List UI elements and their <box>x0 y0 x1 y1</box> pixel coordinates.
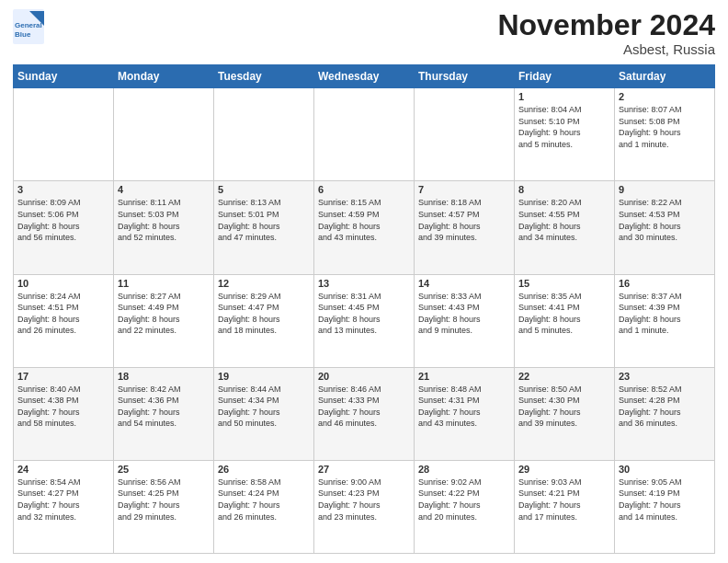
day-number: 27 <box>318 464 410 475</box>
calendar-day-header: Monday <box>114 65 214 88</box>
day-number: 3 <box>17 184 109 195</box>
logo-icon: General Blue <box>13 9 46 46</box>
day-info: Sunrise: 8:29 AM Sunset: 4:47 PM Dayligh… <box>218 291 310 337</box>
day-info: Sunrise: 8:04 AM Sunset: 5:10 PM Dayligh… <box>518 104 610 150</box>
calendar-cell: 14Sunrise: 8:33 AM Sunset: 4:43 PM Dayli… <box>415 274 515 367</box>
calendar-cell: 5Sunrise: 8:13 AM Sunset: 5:01 PM Daylig… <box>214 181 314 274</box>
day-info: Sunrise: 8:52 AM Sunset: 4:28 PM Dayligh… <box>619 384 711 430</box>
svg-text:Blue: Blue <box>15 30 31 39</box>
day-info: Sunrise: 9:05 AM Sunset: 4:19 PM Dayligh… <box>619 477 711 523</box>
calendar-cell: 23Sunrise: 8:52 AM Sunset: 4:28 PM Dayli… <box>615 367 715 460</box>
day-number: 7 <box>418 184 510 195</box>
calendar-week-row: 24Sunrise: 8:54 AM Sunset: 4:27 PM Dayli… <box>14 460 715 553</box>
calendar-header-row: SundayMondayTuesdayWednesdayThursdayFrid… <box>14 65 715 88</box>
calendar-cell: 21Sunrise: 8:48 AM Sunset: 4:31 PM Dayli… <box>415 367 515 460</box>
calendar-day-header: Sunday <box>14 65 114 88</box>
day-number: 17 <box>17 371 109 382</box>
day-number: 24 <box>17 464 109 475</box>
calendar-cell: 13Sunrise: 8:31 AM Sunset: 4:45 PM Dayli… <box>314 274 415 367</box>
day-info: Sunrise: 8:37 AM Sunset: 4:39 PM Dayligh… <box>619 291 711 337</box>
day-number: 6 <box>318 184 410 195</box>
day-number: 18 <box>118 371 210 382</box>
month-title: November 2024 <box>497 9 715 41</box>
calendar-week-row: 17Sunrise: 8:40 AM Sunset: 4:38 PM Dayli… <box>14 367 715 460</box>
calendar-cell: 22Sunrise: 8:50 AM Sunset: 4:30 PM Dayli… <box>515 367 615 460</box>
calendar-cell <box>415 88 515 181</box>
calendar-cell: 19Sunrise: 8:44 AM Sunset: 4:34 PM Dayli… <box>214 367 314 460</box>
day-info: Sunrise: 8:56 AM Sunset: 4:25 PM Dayligh… <box>118 477 210 523</box>
day-number: 12 <box>218 278 310 289</box>
day-number: 15 <box>518 278 610 289</box>
calendar-cell: 7Sunrise: 8:18 AM Sunset: 4:57 PM Daylig… <box>415 181 515 274</box>
calendar-cell: 3Sunrise: 8:09 AM Sunset: 5:06 PM Daylig… <box>14 181 114 274</box>
day-info: Sunrise: 8:11 AM Sunset: 5:03 PM Dayligh… <box>118 197 210 243</box>
calendar-cell: 9Sunrise: 8:22 AM Sunset: 4:53 PM Daylig… <box>615 181 715 274</box>
day-number: 20 <box>318 371 410 382</box>
calendar-cell: 8Sunrise: 8:20 AM Sunset: 4:55 PM Daylig… <box>515 181 615 274</box>
calendar-cell: 24Sunrise: 8:54 AM Sunset: 4:27 PM Dayli… <box>14 460 114 553</box>
calendar-cell: 12Sunrise: 8:29 AM Sunset: 4:47 PM Dayli… <box>214 274 314 367</box>
calendar-cell: 15Sunrise: 8:35 AM Sunset: 4:41 PM Dayli… <box>515 274 615 367</box>
day-info: Sunrise: 9:00 AM Sunset: 4:23 PM Dayligh… <box>318 477 410 523</box>
day-info: Sunrise: 8:13 AM Sunset: 5:01 PM Dayligh… <box>218 197 310 243</box>
calendar-cell: 10Sunrise: 8:24 AM Sunset: 4:51 PM Dayli… <box>14 274 114 367</box>
day-info: Sunrise: 8:42 AM Sunset: 4:36 PM Dayligh… <box>118 384 210 430</box>
day-number: 13 <box>318 278 410 289</box>
calendar-cell: 2Sunrise: 8:07 AM Sunset: 5:08 PM Daylig… <box>615 88 715 181</box>
title-block: November 2024 Asbest, Russia <box>497 9 715 57</box>
day-info: Sunrise: 8:18 AM Sunset: 4:57 PM Dayligh… <box>418 197 510 243</box>
day-number: 22 <box>518 371 610 382</box>
day-number: 29 <box>518 464 610 475</box>
day-info: Sunrise: 8:35 AM Sunset: 4:41 PM Dayligh… <box>518 291 610 337</box>
day-number: 19 <box>218 371 310 382</box>
day-info: Sunrise: 8:31 AM Sunset: 4:45 PM Dayligh… <box>318 291 410 337</box>
day-number: 25 <box>118 464 210 475</box>
day-info: Sunrise: 8:24 AM Sunset: 4:51 PM Dayligh… <box>17 291 109 337</box>
day-number: 16 <box>619 278 711 289</box>
day-number: 11 <box>118 278 210 289</box>
day-number: 23 <box>619 371 711 382</box>
calendar-cell: 18Sunrise: 8:42 AM Sunset: 4:36 PM Dayli… <box>114 367 214 460</box>
page: General Blue November 2024 Asbest, Russi… <box>0 0 728 563</box>
day-number: 30 <box>619 464 711 475</box>
day-info: Sunrise: 8:58 AM Sunset: 4:24 PM Dayligh… <box>218 477 310 523</box>
day-number: 26 <box>218 464 310 475</box>
calendar-cell: 17Sunrise: 8:40 AM Sunset: 4:38 PM Dayli… <box>14 367 114 460</box>
day-number: 8 <box>518 184 610 195</box>
calendar-cell: 4Sunrise: 8:11 AM Sunset: 5:03 PM Daylig… <box>114 181 214 274</box>
day-info: Sunrise: 8:07 AM Sunset: 5:08 PM Dayligh… <box>619 104 711 150</box>
day-info: Sunrise: 8:09 AM Sunset: 5:06 PM Dayligh… <box>17 197 109 243</box>
svg-text:General: General <box>15 21 42 29</box>
calendar-day-header: Wednesday <box>314 65 415 88</box>
day-number: 28 <box>418 464 510 475</box>
calendar-cell: 30Sunrise: 9:05 AM Sunset: 4:19 PM Dayli… <box>615 460 715 553</box>
day-number: 21 <box>418 371 510 382</box>
day-info: Sunrise: 8:54 AM Sunset: 4:27 PM Dayligh… <box>17 477 109 523</box>
day-info: Sunrise: 8:48 AM Sunset: 4:31 PM Dayligh… <box>418 384 510 430</box>
calendar-cell: 16Sunrise: 8:37 AM Sunset: 4:39 PM Dayli… <box>615 274 715 367</box>
day-info: Sunrise: 8:15 AM Sunset: 4:59 PM Dayligh… <box>318 197 410 243</box>
calendar-cell: 25Sunrise: 8:56 AM Sunset: 4:25 PM Dayli… <box>114 460 214 553</box>
day-info: Sunrise: 8:33 AM Sunset: 4:43 PM Dayligh… <box>418 291 510 337</box>
day-info: Sunrise: 8:22 AM Sunset: 4:53 PM Dayligh… <box>619 197 711 243</box>
calendar-week-row: 3Sunrise: 8:09 AM Sunset: 5:06 PM Daylig… <box>14 181 715 274</box>
logo: General Blue <box>13 9 46 46</box>
calendar-cell: 27Sunrise: 9:00 AM Sunset: 4:23 PM Dayli… <box>314 460 415 553</box>
day-info: Sunrise: 8:40 AM Sunset: 4:38 PM Dayligh… <box>17 384 109 430</box>
calendar-cell <box>114 88 214 181</box>
calendar-table: SundayMondayTuesdayWednesdayThursdayFrid… <box>13 64 715 554</box>
day-number: 9 <box>619 184 711 195</box>
calendar-day-header: Friday <box>515 65 615 88</box>
day-info: Sunrise: 9:02 AM Sunset: 4:22 PM Dayligh… <box>418 477 510 523</box>
calendar-cell: 29Sunrise: 9:03 AM Sunset: 4:21 PM Dayli… <box>515 460 615 553</box>
calendar-cell: 28Sunrise: 9:02 AM Sunset: 4:22 PM Dayli… <box>415 460 515 553</box>
day-number: 14 <box>418 278 510 289</box>
calendar-cell: 20Sunrise: 8:46 AM Sunset: 4:33 PM Dayli… <box>314 367 415 460</box>
day-info: Sunrise: 8:20 AM Sunset: 4:55 PM Dayligh… <box>518 197 610 243</box>
day-info: Sunrise: 8:27 AM Sunset: 4:49 PM Dayligh… <box>118 291 210 337</box>
header: General Blue November 2024 Asbest, Russi… <box>13 9 715 57</box>
calendar-day-header: Tuesday <box>214 65 314 88</box>
day-info: Sunrise: 9:03 AM Sunset: 4:21 PM Dayligh… <box>518 477 610 523</box>
calendar-cell: 6Sunrise: 8:15 AM Sunset: 4:59 PM Daylig… <box>314 181 415 274</box>
day-info: Sunrise: 8:44 AM Sunset: 4:34 PM Dayligh… <box>218 384 310 430</box>
